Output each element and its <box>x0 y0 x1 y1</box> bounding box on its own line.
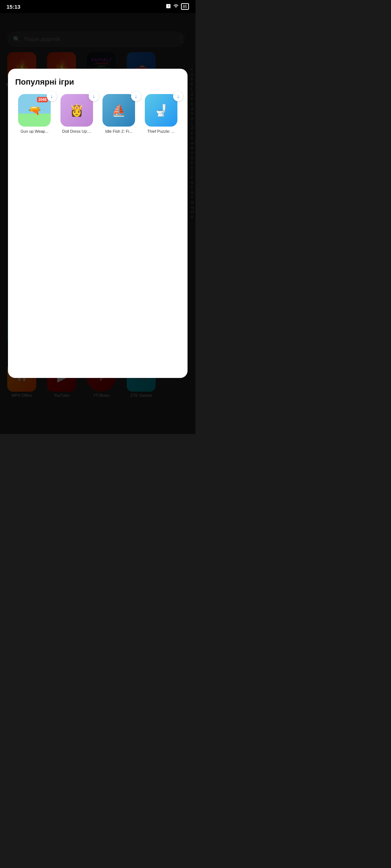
status-time: 15:13 <box>7 4 20 10</box>
download-badge-2: ↓ <box>89 91 99 101</box>
wifi-icon <box>173 4 179 10</box>
game-icon-thief-puzzle: 🚽 <box>145 94 177 127</box>
2048-badge: 2048 <box>37 97 48 102</box>
status-icons: 85 <box>166 3 189 10</box>
download-badge-4: ↓ <box>173 91 183 101</box>
download-arrow-4: ↓ <box>177 94 180 99</box>
game-name-doll-dress: Doll Dress Up:... <box>62 129 91 134</box>
games-grid: ↓ 🔫 2048 Gun up Weap... ↓ 👸 Doll Dress U… <box>15 94 180 134</box>
download-badge-3: ↓ <box>131 91 141 101</box>
nfc-icon <box>166 4 171 10</box>
status-bar: 15:13 85 <box>0 0 196 13</box>
game-name-idle-fish: Idle Fish 2: Fi... <box>105 129 133 134</box>
game-name-thief-puzzle: Thief Puzzle: ... <box>147 129 175 134</box>
game-icon-gun-up: 🔫 2048 <box>18 94 51 127</box>
download-badge-1: ↓ <box>47 91 57 101</box>
game-item-gun-up[interactable]: ↓ 🔫 2048 Gun up Weap... <box>15 94 54 134</box>
popular-games-modal: Популярні ігри ↓ 🔫 2048 Gun up Weap... ↓… <box>8 69 188 378</box>
modal-title: Популярні ігри <box>15 77 180 87</box>
download-arrow-3: ↓ <box>135 94 137 99</box>
battery-icon: 85 <box>181 3 189 10</box>
game-icon-idle-fish: ⛵ <box>102 94 135 127</box>
game-item-idle-fish[interactable]: ↓ ⛵ Idle Fish 2: Fi... <box>100 94 138 134</box>
game-item-doll-dress[interactable]: ↓ 👸 Doll Dress Up:... <box>58 94 96 134</box>
game-item-thief-puzzle[interactable]: ↓ 🚽 Thief Puzzle: ... <box>142 94 181 134</box>
download-arrow-2: ↓ <box>93 94 95 99</box>
game-icon-doll-dress: 👸 <box>60 94 93 127</box>
download-arrow-1: ↓ <box>50 94 53 99</box>
gun-emoji: 🔫 <box>28 105 41 116</box>
game-name-gun-up: Gun up Weap... <box>21 129 49 134</box>
